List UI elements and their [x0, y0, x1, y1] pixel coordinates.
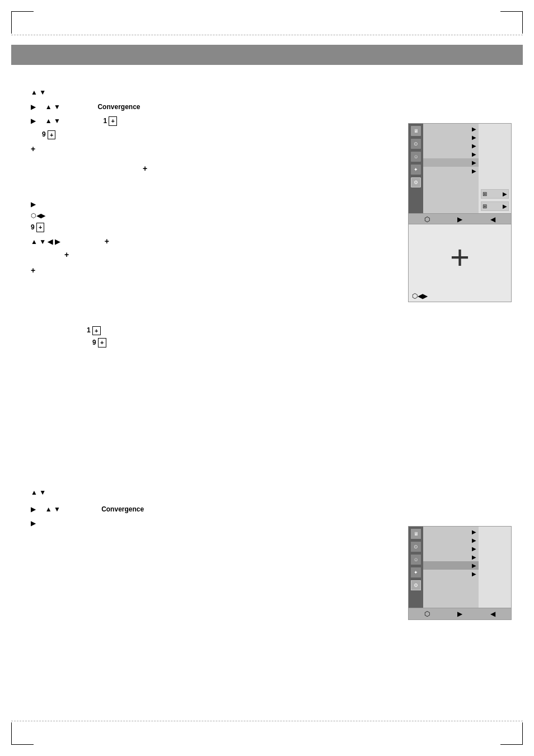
osd-lower-icon-circle: ⊙	[411, 542, 421, 552]
step1-tri-right1: ▶	[31, 103, 36, 111]
osd-nav-left: ◀	[490, 215, 495, 223]
osd-lower-row4: ▶	[423, 553, 479, 561]
osd-sub-items-col: ⊞ ▶ ⊞ ▶	[479, 124, 511, 213]
osd-bottom-nav-lower: ⬡ ▶ ◀	[409, 608, 511, 619]
osd-menu-row3: ▶	[423, 142, 479, 150]
step3-keybox1: +	[92, 326, 100, 335]
osd-lower-icon-monitor: 🖥	[411, 529, 421, 539]
crosshair-symbol: +	[450, 241, 470, 274]
step2-plus5: +	[31, 266, 35, 275]
section1-step2-text: ▶ ⬡◀▶ 9 + ▲ ▼ ◀ ▶ + + +	[31, 199, 266, 278]
osd-icon-star: ✦	[411, 165, 421, 175]
section2-text: ▲ ▼ ▶ ▲ ▼ Convergence ▶	[31, 487, 266, 530]
corner-border-br	[522, 722, 523, 745]
osd-sub-item2: ⊞ ▶	[481, 201, 509, 211]
osd-menu-row5-selected: ▶	[423, 158, 479, 167]
sec2-arrows1: ▲ ▼	[45, 505, 60, 513]
osd-menu-row6: ▶	[423, 167, 479, 175]
sec2-arrows-up: ▲ ▼	[31, 489, 46, 496]
osd-menu-row4: ▶	[423, 150, 479, 158]
osd-lower-menu-items-col: ▶ ▶ ▶ ▶ ▶ ▶	[423, 527, 479, 608]
step1-convergence-label: Convergence	[97, 103, 140, 111]
osd-menu-items-col: ▶ ▶ ▶ ▶ ▶ ▶	[423, 124, 479, 213]
osd-menu-lower: 🖥 ⊙ ☺ ✦ ⚙ ▶ ▶ ▶ ▶ ▶ ▶ ⬡ ▶ ◀	[408, 526, 512, 620]
osd-menu-upper: 🖥 ⊙ ☺ ✦ ⚙ ▶ ▶ ▶ ▶ ▶ ▶ ⊞ ▶ ⊞ ▶ ⬡	[408, 123, 512, 226]
step2-plus4: +	[64, 250, 69, 259]
osd-menu-row2: ▶	[423, 133, 479, 142]
osd-icon-face: ☺	[411, 152, 421, 162]
osd-lower-icons-column: 🖥 ⊙ ☺ ✦ ⚙	[409, 527, 423, 608]
corner-border-br-h	[500, 744, 523, 745]
header-bar	[11, 45, 523, 65]
osd-lower-nav-right: ▶	[457, 610, 462, 618]
step1-key1: +	[109, 116, 116, 125]
section1-step1-text: ▲ ▼ ▶ ▲ ▼ Convergence ▶ ▲ ▼ 1 + 9 + + +	[31, 87, 266, 176]
osd-lower-icon-face: ☺	[411, 555, 421, 565]
osd-sub-item1: ⊞ ▶	[481, 189, 509, 199]
step1-num1: 1	[103, 117, 107, 125]
osd-sub-item2-arrow: ▶	[503, 203, 507, 209]
corner-border-tl	[11, 11, 12, 34]
osd-lower-nav-left: ◀	[490, 610, 495, 618]
step1-arrows-up: ▲ ▼	[31, 88, 46, 96]
step2-key9: 9	[31, 223, 35, 231]
step2-keybox: +	[36, 223, 44, 232]
osd-sub-item1-icon: ⊞	[483, 191, 487, 197]
step2-plus3: +	[105, 237, 109, 246]
dash-line-top	[11, 35, 523, 35]
step2-tri-right: ▶	[31, 200, 36, 208]
step1-arrows-1: ▲ ▼	[45, 103, 60, 111]
corner-border-tr-h	[500, 11, 523, 12]
osd-icons-column: 🖥 ⊙ ☺ ✦ ⚙	[409, 124, 423, 213]
sec2-tri-right1: ▶	[31, 505, 36, 513]
dash-line-bottom	[11, 721, 523, 721]
step3-key9: 9	[92, 339, 96, 346]
osd-bottom-nav-upper: ⬡ ▶ ◀	[409, 213, 511, 225]
osd-lower-icon-gear: ⚙	[411, 580, 421, 590]
step1-plus2: +	[143, 164, 147, 173]
osd-sub-item1-arrow: ▶	[503, 191, 507, 197]
osd-menu-row1: ▶	[423, 125, 479, 133]
osd-lower-right-col	[479, 527, 511, 608]
crosshair-box: + ⬡◀▶	[408, 224, 512, 302]
step1-tri-right2: ▶	[31, 117, 36, 125]
osd-lower-row3: ▶	[423, 544, 479, 553]
corner-border-tl-h	[11, 11, 34, 12]
step3-keybox9: +	[98, 338, 106, 347]
crosshair-display: +	[409, 224, 511, 290]
osd-lower-row2: ▶	[423, 536, 479, 544]
step2-arrows4: ▲ ▼ ◀ ▶	[31, 238, 60, 246]
osd-lower-row1: ▶	[423, 528, 479, 536]
sec2-tri-right2: ▶	[31, 519, 36, 527]
osd-icon-monitor: 🖥	[411, 126, 421, 136]
osd-icon-circle: ⊙	[411, 139, 421, 149]
corner-border-tr	[522, 11, 523, 34]
step1-plus1: +	[31, 144, 35, 153]
step3-num1: 1	[87, 326, 91, 334]
sec2-convergence-label: Convergence	[101, 505, 144, 513]
osd-lower-row5-selected: ▶	[423, 561, 479, 570]
step2-move-icon: ⬡◀▶	[31, 212, 45, 219]
corner-border-bl-h	[11, 744, 34, 745]
osd-nav-right: ▶	[457, 215, 462, 223]
crosshair-nav-icon: ⬡◀▶	[412, 292, 428, 300]
osd-sub-item2-icon: ⊞	[483, 203, 487, 209]
step1-key9: 9	[42, 130, 46, 138]
osd-nav-updown: ⬡	[424, 215, 430, 223]
osd-lower-row6: ▶	[423, 570, 479, 578]
crosshair-bottom-nav: ⬡◀▶	[409, 290, 511, 302]
step1-keybox9: +	[48, 130, 55, 139]
osd-lower-icon-star: ✦	[411, 567, 421, 577]
corner-border-bl	[11, 722, 12, 745]
osd-icon-gear: ⚙	[411, 177, 421, 187]
step1-arrows-2: ▲ ▼	[45, 117, 60, 125]
osd-lower-nav-updown: ⬡	[424, 610, 430, 618]
section1-step3-text: 1 + 9 +	[31, 325, 299, 349]
